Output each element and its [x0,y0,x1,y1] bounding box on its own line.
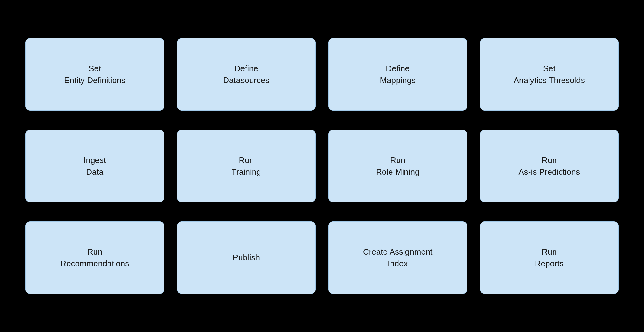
main-grid: SetEntity DefinitionsDefineDatasourcesDe… [0,0,644,332]
card-run-reports[interactable]: RunReports [480,221,619,294]
card-label-publish: Publish [233,252,260,263]
card-define-mappings[interactable]: DefineMappings [328,38,467,111]
card-label-define-datasources: DefineDatasources [223,63,269,86]
card-label-run-as-is-predictions: RunAs-is Predictions [518,154,580,178]
card-label-ingest-data: IngestData [83,154,106,178]
card-run-role-mining[interactable]: RunRole Mining [328,130,467,202]
card-label-run-training: RunTraining [232,154,261,178]
card-label-run-recommendations: RunRecommendations [60,246,129,269]
card-set-entity-definitions[interactable]: SetEntity Definitions [25,38,164,111]
card-ingest-data[interactable]: IngestData [25,130,164,202]
card-label-define-mappings: DefineMappings [380,63,416,86]
card-set-analytics-thresholds[interactable]: SetAnalytics Thresolds [480,38,619,111]
card-label-run-reports: RunReports [535,246,564,269]
card-label-set-entity-definitions: SetEntity Definitions [64,63,126,86]
card-run-as-is-predictions[interactable]: RunAs-is Predictions [480,130,619,202]
card-publish[interactable]: Publish [177,221,316,294]
card-define-datasources[interactable]: DefineDatasources [177,38,316,111]
card-label-create-assignment-index: Create AssignmentIndex [363,246,433,269]
card-label-run-role-mining: RunRole Mining [376,154,419,178]
card-create-assignment-index[interactable]: Create AssignmentIndex [328,221,467,294]
card-label-set-analytics-thresholds: SetAnalytics Thresolds [514,63,585,86]
card-run-training[interactable]: RunTraining [177,130,316,202]
card-run-recommendations[interactable]: RunRecommendations [25,221,164,294]
